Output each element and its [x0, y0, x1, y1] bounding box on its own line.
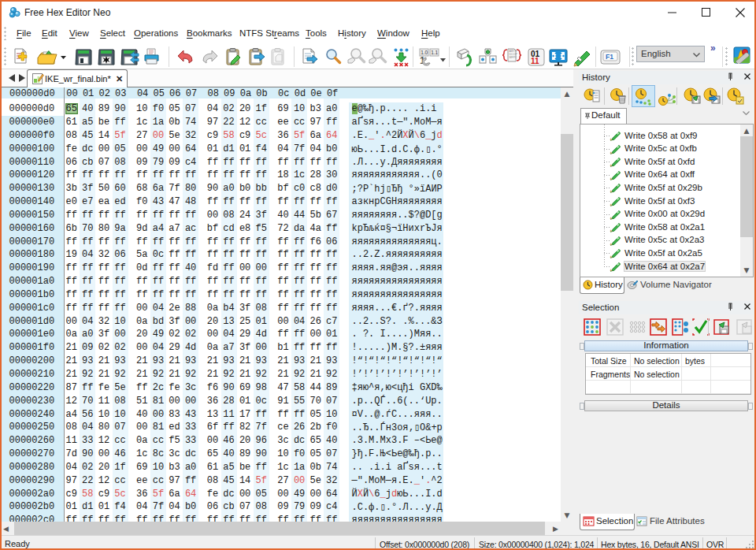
- ascii-char[interactable]: я: [402, 276, 408, 287]
- hex-byte[interactable]: cc: [255, 117, 268, 128]
- ascii-char[interactable]: .: [431, 144, 436, 155]
- hex-byte[interactable]: ff: [65, 289, 78, 300]
- hex-byte[interactable]: 00: [206, 435, 219, 446]
- clear-history-button[interactable]: [609, 87, 628, 106]
- ascii-char[interactable]: e: [431, 435, 436, 446]
- hex-byte[interactable]: bb: [255, 183, 268, 194]
- hex-byte[interactable]: a5: [81, 117, 94, 128]
- ascii-char[interactable]: .: [358, 342, 363, 353]
- fill-data-button[interactable]: [454, 47, 474, 67]
- hex-byte[interactable]: 20: [98, 462, 110, 473]
- ascii-char[interactable]: D: [431, 382, 436, 393]
- hex-byte[interactable]: 20: [239, 103, 251, 114]
- hex-editor-logo-icon[interactable]: [733, 46, 753, 66]
- hex-byte[interactable]: 21: [206, 369, 219, 380]
- hex-row-00000270[interactable]: 000002707d9000461c8c3cdc6540899010f00507…: [2, 448, 561, 461]
- hex-byte[interactable]: 5c: [114, 489, 127, 500]
- hex-byte[interactable]: ff: [184, 169, 197, 180]
- hex-byte[interactable]: 49: [152, 329, 165, 340]
- hex-byte[interactable]: 69: [239, 382, 251, 393]
- hex-byte[interactable]: ff: [325, 276, 338, 287]
- hex-byte[interactable]: cc: [152, 475, 165, 486]
- hex-byte[interactable]: ff: [239, 249, 251, 260]
- hex-byte[interactable]: 93: [184, 355, 197, 366]
- menu-help[interactable]: Help: [421, 28, 440, 38]
- ascii-char[interactable]: ?: [409, 303, 414, 314]
- ascii-char[interactable]: я: [386, 236, 391, 247]
- select-all-button[interactable]: [583, 318, 602, 336]
- hex-byte[interactable]: ff: [309, 262, 322, 273]
- hex-byte[interactable]: 13: [206, 409, 219, 420]
- hex-byte[interactable]: 12: [98, 435, 110, 446]
- ascii-char[interactable]: <: [386, 448, 391, 459]
- hex-byte[interactable]: ff: [135, 169, 148, 180]
- hex-byte[interactable]: 08: [114, 396, 127, 407]
- ascii-char[interactable]: Ґ: [358, 117, 363, 128]
- hex-byte[interactable]: 2e: [169, 303, 181, 314]
- ascii-char[interactable]: Л: [402, 502, 408, 513]
- ascii-char[interactable]: [437, 103, 443, 114]
- ascii-char[interactable]: .: [437, 409, 443, 420]
- hex-byte[interactable]: 00: [184, 396, 197, 407]
- ascii-char[interactable]: .: [358, 316, 363, 327]
- hex-byte[interactable]: ff: [277, 249, 290, 260]
- hex-byte[interactable]: 00: [206, 329, 219, 340]
- ascii-char[interactable]: я: [431, 196, 436, 207]
- ascii-char[interactable]: ¤: [380, 223, 386, 234]
- ascii-char[interactable]: [402, 184, 408, 195]
- ascii-char[interactable]: ^: [431, 475, 436, 486]
- ascii-char[interactable]: j: [431, 130, 436, 141]
- hex-byte[interactable]: ff: [135, 236, 148, 247]
- hex-byte[interactable]: 20: [239, 435, 251, 446]
- ascii-char[interactable]: .: [431, 502, 436, 513]
- hex-byte[interactable]: 0a: [65, 329, 78, 340]
- hex-byte[interactable]: 6b: [65, 223, 78, 234]
- ascii-char[interactable]: р: [374, 196, 380, 207]
- hex-byte[interactable]: 93: [152, 355, 165, 366]
- hex-byte[interactable]: b0: [239, 183, 251, 194]
- ascii-char[interactable]: .: [431, 329, 436, 340]
- hex-byte[interactable]: 33: [81, 435, 94, 446]
- ascii-text[interactable]: aҐѕя...t—".МоМ—я: [352, 117, 443, 128]
- ascii-char[interactable]: .: [414, 396, 420, 407]
- hex-byte[interactable]: ff: [255, 276, 268, 287]
- export-document-button[interactable]: [300, 47, 320, 67]
- encoding-button[interactable]: ABYRDCOPMFPC: [501, 47, 521, 67]
- hex-byte[interactable]: 21: [65, 342, 78, 353]
- ascii-char[interactable]: а: [352, 196, 358, 207]
- hex-byte[interactable]: 3f: [239, 303, 251, 314]
- hex-byte[interactable]: 92: [81, 369, 94, 380]
- hex-byte[interactable]: 74: [325, 462, 338, 473]
- history-item[interactable]: Write 0x5f at 0x2a5: [580, 247, 738, 260]
- ascii-char[interactable]: ‚: [409, 422, 414, 433]
- hex-byte[interactable]: 89: [98, 103, 110, 114]
- hex-byte[interactable]: 22: [223, 117, 235, 128]
- hex-row-000000e0[interactable]: 000000e061a5beff1c1a0b74972212cceecc97ff…: [2, 116, 561, 129]
- ascii-char[interactable]: 6: [374, 489, 380, 500]
- ascii-char[interactable]: я: [437, 289, 443, 300]
- ascii-char[interactable]: я: [386, 262, 391, 273]
- ascii-char[interactable]: Й: [352, 489, 358, 500]
- history-item[interactable]: Write 0x5c at 0xfb: [580, 143, 738, 156]
- hex-byte[interactable]: dc: [293, 435, 306, 446]
- hex-byte[interactable]: ff: [239, 236, 251, 247]
- ascii-char[interactable]: З: [437, 316, 443, 327]
- hex-byte[interactable]: 04: [277, 143, 290, 154]
- ascii-char[interactable]: .: [386, 157, 391, 168]
- ascii-text[interactable]: яяяяяяяяяяяя..(0: [352, 169, 443, 180]
- ascii-char[interactable]: я: [380, 262, 386, 273]
- ascii-char[interactable]: $: [409, 210, 414, 221]
- hex-byte[interactable]: ff: [114, 289, 127, 300]
- hex-byte[interactable]: 92: [223, 369, 235, 380]
- hex-byte[interactable]: 24: [239, 210, 251, 221]
- history-list[interactable]: Write 0x58 at 0xf9Write 0x5c at 0xfbWrit…: [580, 124, 754, 277]
- ascii-char[interactable]: .: [409, 409, 414, 420]
- hex-byte[interactable]: 00: [135, 422, 148, 433]
- ascii-char[interactable]: я: [380, 276, 386, 287]
- ascii-char[interactable]: .: [409, 396, 414, 407]
- hex-byte[interactable]: 01: [98, 501, 110, 512]
- ascii-text[interactable]: ..Ђ..Ѓн3oя‚▯О&+р: [352, 422, 443, 433]
- hex-byte[interactable]: e7: [81, 196, 94, 207]
- hex-byte[interactable]: 4d: [184, 342, 197, 353]
- ascii-char[interactable]: я: [402, 515, 408, 522]
